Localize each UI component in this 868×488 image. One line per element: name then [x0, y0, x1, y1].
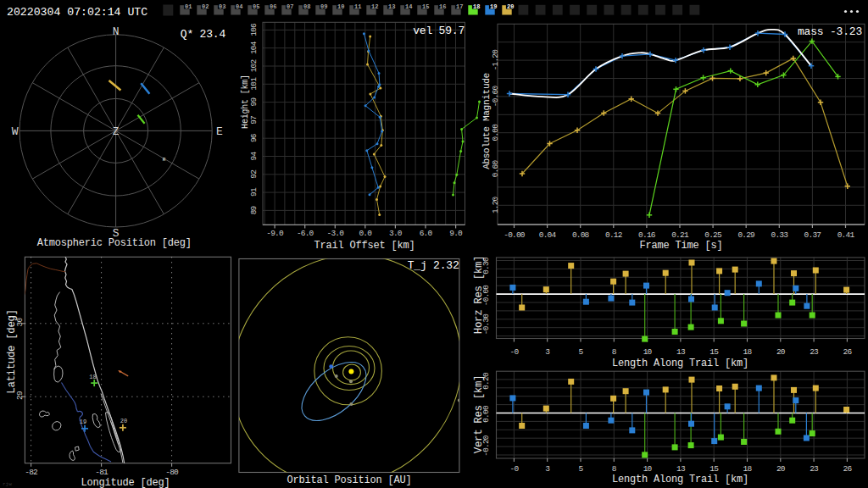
svg-text:97: 97: [249, 116, 259, 125]
svg-text:96: 96: [249, 133, 259, 142]
svg-text:0.21: 0.21: [671, 230, 689, 240]
svg-text:09: 09: [320, 3, 327, 10]
svg-text:106: 106: [249, 23, 259, 36]
svg-text:19: 19: [80, 419, 86, 425]
svg-text:13: 13: [388, 3, 395, 10]
svg-text:Atmospheric Position [deg]: Atmospheric Position [deg]: [37, 237, 192, 249]
svg-text:T_j 2.32: T_j 2.32: [408, 259, 459, 272]
svg-text:-0: -0: [509, 464, 519, 474]
svg-text:0.37: 0.37: [804, 230, 821, 240]
svg-text:0.25: 0.25: [704, 230, 722, 240]
svg-text:Latitude [deg]: Latitude [deg]: [6, 309, 18, 393]
svg-text:92: 92: [249, 169, 259, 179]
svg-text:07: 07: [287, 3, 293, 10]
svg-text:13: 13: [676, 464, 686, 474]
svg-text:N: N: [113, 25, 120, 38]
svg-text:101: 101: [249, 77, 259, 91]
svg-text:vel 59.7: vel 59.7: [413, 25, 465, 37]
svg-text:18: 18: [473, 3, 480, 10]
svg-text:-6.0: -6.0: [297, 229, 314, 238]
svg-text:04: 04: [236, 3, 242, 10]
svg-text:102: 102: [249, 59, 259, 73]
svg-text:9.0: 9.0: [449, 229, 463, 238]
svg-text:-80: -80: [165, 468, 179, 477]
svg-text:10: 10: [643, 464, 653, 474]
svg-text:-82: -82: [25, 468, 38, 477]
svg-text:1.20: 1.20: [491, 196, 500, 214]
svg-text:12: 12: [371, 3, 378, 10]
svg-text:01: 01: [185, 3, 192, 10]
svg-text:17: 17: [456, 3, 463, 10]
svg-text:Z: Z: [113, 126, 119, 138]
svg-text:26: 26: [843, 347, 852, 357]
svg-text:18: 18: [743, 347, 753, 357]
svg-text:18: 18: [743, 464, 753, 474]
svg-text:-0.60: -0.60: [491, 86, 500, 108]
svg-text:18: 18: [89, 374, 96, 380]
svg-text:16: 16: [439, 3, 446, 10]
svg-text:0.33: 0.33: [771, 230, 788, 240]
svg-text:05: 05: [253, 3, 259, 10]
svg-text:-1.20: -1.20: [491, 49, 500, 71]
svg-text:R: R: [163, 157, 166, 163]
svg-text:89: 89: [249, 205, 259, 214]
svg-text:91: 91: [249, 187, 259, 197]
svg-text:19: 19: [490, 3, 497, 10]
svg-text:15: 15: [709, 347, 719, 357]
svg-text:0.04: 0.04: [539, 230, 557, 240]
svg-text:20: 20: [776, 347, 786, 357]
svg-text:10: 10: [643, 347, 653, 357]
svg-text:0.00: 0.00: [491, 124, 500, 141]
svg-text:13: 13: [676, 347, 686, 357]
svg-text:Height [km]: Height [km]: [241, 75, 250, 129]
svg-text:23: 23: [810, 347, 819, 357]
svg-text:-0: -0: [509, 347, 519, 357]
svg-text:-81: -81: [95, 468, 108, 477]
svg-text:06: 06: [270, 3, 276, 10]
svg-text:02: 02: [202, 3, 209, 10]
svg-text:0.41: 0.41: [837, 230, 855, 240]
svg-text:Trail Offset [km]: Trail Offset [km]: [314, 240, 415, 252]
svg-text:-0.00: -0.00: [504, 230, 526, 240]
svg-text:E: E: [216, 125, 223, 138]
svg-text:20: 20: [507, 3, 514, 10]
svg-text:20: 20: [776, 464, 786, 474]
svg-text:Horz Res [km]: Horz Res [km]: [473, 256, 485, 334]
svg-text:10: 10: [337, 3, 344, 10]
svg-text:Frame Time [s]: Frame Time [s]: [639, 240, 722, 252]
svg-text:rjw: rjw: [3, 481, 12, 487]
svg-text:0.12: 0.12: [605, 230, 623, 240]
svg-text:Length Along Trail [km]: Length Along Trail [km]: [612, 358, 748, 369]
svg-text:03: 03: [219, 3, 225, 10]
svg-text:14: 14: [405, 3, 412, 10]
svg-text:Longitude [deg]: Longitude [deg]: [81, 477, 170, 488]
svg-text:Vert Res [km]: Vert Res [km]: [473, 375, 485, 453]
svg-text:08: 08: [303, 3, 310, 10]
svg-text:0.16: 0.16: [638, 230, 656, 240]
svg-text:Q* 23.4: Q* 23.4: [181, 28, 226, 41]
svg-text:3.0: 3.0: [389, 229, 403, 238]
svg-text:-9.0: -9.0: [266, 229, 284, 238]
svg-text:15: 15: [709, 464, 719, 474]
svg-text:104: 104: [249, 41, 259, 54]
svg-text:W: W: [12, 125, 19, 138]
svg-text:Length Along Trail [km]: Length Along Trail [km]: [612, 474, 748, 485]
svg-text:0.29: 0.29: [737, 230, 755, 240]
svg-text:20: 20: [120, 418, 127, 424]
svg-text:0.0: 0.0: [359, 229, 372, 238]
svg-text:0.60: 0.60: [491, 160, 500, 178]
svg-text:Orbital Position [AU]: Orbital Position [AU]: [287, 474, 411, 486]
svg-text:15: 15: [422, 3, 429, 10]
svg-text:23: 23: [810, 464, 819, 474]
svg-text:0.08: 0.08: [572, 230, 590, 240]
svg-text:26: 26: [843, 464, 852, 474]
svg-text:94: 94: [249, 152, 259, 161]
svg-text:11: 11: [354, 3, 361, 10]
svg-text:-3.0: -3.0: [326, 229, 344, 238]
svg-text:mass -3.23: mass -3.23: [798, 25, 862, 38]
svg-text:6.0: 6.0: [420, 229, 433, 238]
svg-text:99: 99: [249, 97, 259, 107]
svg-text:20220304 07:02:14 UTC: 20220304 07:02:14 UTC: [7, 6, 147, 19]
svg-text:Absolute Magnitude: Absolute Magnitude: [481, 73, 492, 169]
